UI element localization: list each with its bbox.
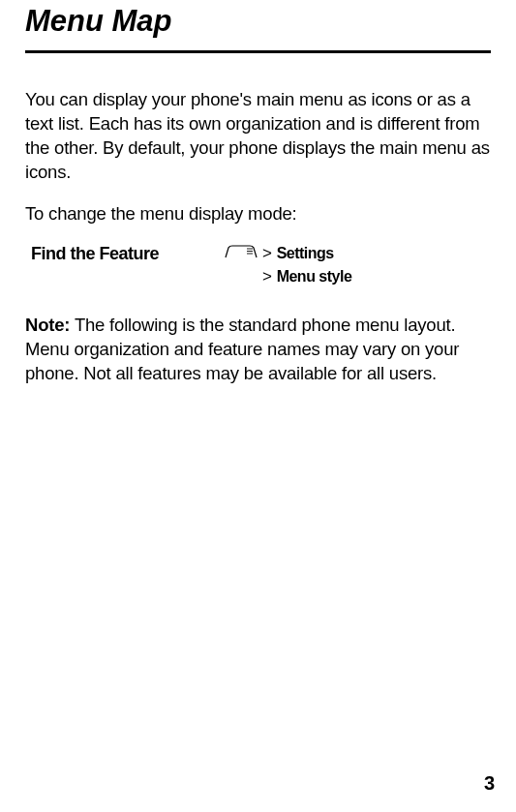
path-menu-style: Menu style <box>277 268 352 286</box>
feature-path: > Settings > Menu style <box>225 244 351 286</box>
path-settings: Settings <box>277 245 334 262</box>
page-title: Menu Map <box>25 0 491 50</box>
page-number: 3 <box>484 772 495 795</box>
note-text: The following is the standard phone menu… <box>25 315 459 383</box>
path-separator-2: > <box>262 267 272 286</box>
title-divider <box>25 50 491 53</box>
path-line-1: > Settings <box>225 244 351 263</box>
note-label: Note: <box>25 315 70 335</box>
find-feature-row: Find the Feature > Settings > Menu style <box>25 244 491 286</box>
softkey-icon <box>225 245 258 262</box>
change-mode-paragraph: To change the menu display mode: <box>25 202 491 226</box>
note-paragraph: Note: The following is the standard phon… <box>25 314 491 386</box>
intro-paragraph: You can display your phone's main menu a… <box>25 88 491 185</box>
find-feature-label: Find the Feature <box>31 244 225 264</box>
path-separator-1: > <box>262 244 272 263</box>
path-line-2: > Menu style <box>225 267 351 286</box>
